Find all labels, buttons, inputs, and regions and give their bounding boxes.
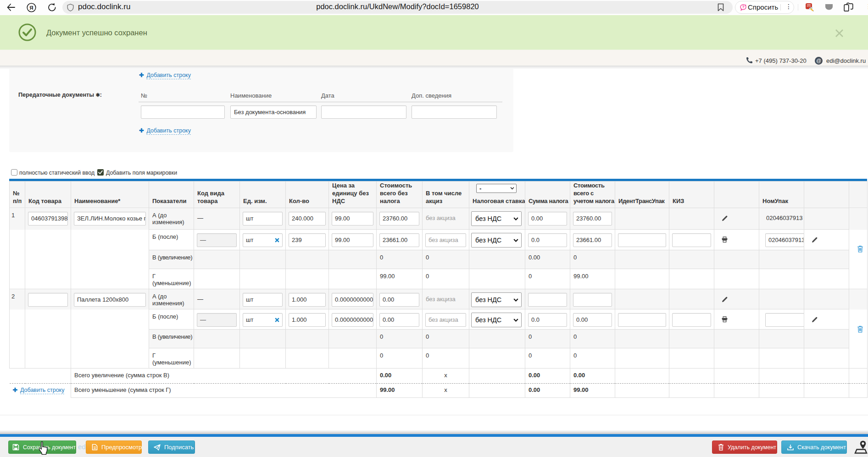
svg-text:@: @ xyxy=(816,58,821,63)
svg-text:?: ? xyxy=(742,5,744,9)
svg-text:Я: Я xyxy=(29,5,33,11)
